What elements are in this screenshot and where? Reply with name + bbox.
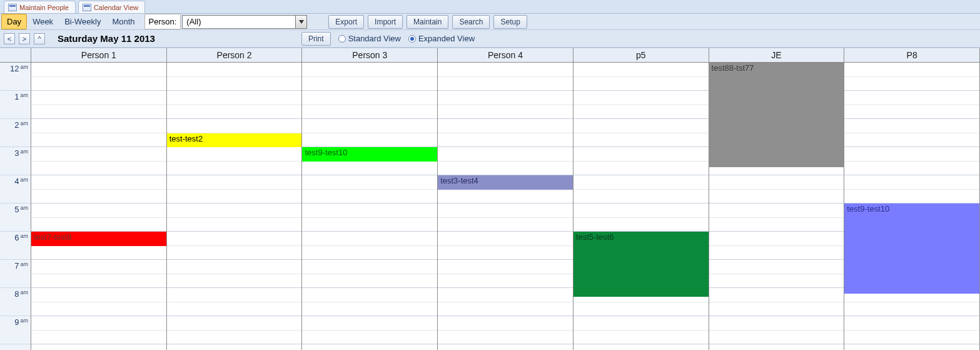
calendar-grid[interactable]: 12am1am2am3am4am5am6am7am8am9am test7-te… bbox=[0, 63, 980, 350]
view-tab-week[interactable]: Week bbox=[27, 14, 59, 29]
import-button[interactable]: Import bbox=[368, 15, 403, 29]
person-header: Person 4 bbox=[438, 48, 573, 62]
radio-label: Standard View bbox=[348, 34, 401, 43]
time-slot: 8am bbox=[0, 288, 31, 316]
calendar-event[interactable]: test9-test10 bbox=[844, 203, 979, 294]
calendar-header-row: Person 1Person 2Person 3Person 4p5JEP8 bbox=[0, 48, 980, 63]
time-slot: 5am bbox=[0, 203, 31, 232]
time-column-header bbox=[0, 48, 31, 62]
radio-label: Expanded View bbox=[418, 34, 475, 43]
calendar-event[interactable]: test3-test4 bbox=[438, 175, 573, 190]
person-column[interactable]: test9-test10 bbox=[302, 63, 438, 350]
person-header: p5 bbox=[573, 48, 709, 62]
setup-button[interactable]: Setup bbox=[493, 15, 527, 29]
calendar-event[interactable]: test88-tst77 bbox=[709, 63, 844, 167]
toolbar-date: < > ^ Saturday May 11 2013 Print Standar… bbox=[0, 30, 980, 48]
tab-calendar-view[interactable]: Calendar View bbox=[78, 1, 145, 13]
export-button[interactable]: Export bbox=[328, 15, 364, 29]
person-header: Person 2 bbox=[167, 48, 303, 62]
person-filter-select[interactable]: (All) bbox=[182, 15, 307, 29]
calendar-event[interactable]: test7-test8 bbox=[31, 232, 166, 246]
view-tab-day[interactable]: Day bbox=[1, 14, 27, 29]
svg-marker-0 bbox=[299, 20, 304, 24]
next-button[interactable]: > bbox=[19, 33, 30, 44]
person-column[interactable]: test3-test4 bbox=[438, 63, 573, 350]
date-title: Saturday May 11 2013 bbox=[58, 33, 155, 44]
tab-label: Maintain People bbox=[19, 4, 69, 11]
person-header: P8 bbox=[844, 48, 980, 62]
time-slot: 1am bbox=[0, 91, 31, 119]
form-icon bbox=[83, 4, 91, 11]
tab-maintain-people[interactable]: Maintain People bbox=[4, 1, 76, 13]
time-slot: 4am bbox=[0, 175, 31, 203]
view-tab-month[interactable]: Month bbox=[106, 14, 140, 29]
form-icon bbox=[8, 4, 17, 11]
tab-label: Calendar View bbox=[94, 4, 138, 11]
view-mode-standard[interactable]: Standard View bbox=[338, 34, 401, 43]
up-button[interactable]: ^ bbox=[34, 33, 45, 44]
time-slot: 9am bbox=[0, 316, 31, 344]
person-column[interactable]: test88-tst77 bbox=[709, 63, 845, 350]
calendar-event[interactable]: test5-test6 bbox=[573, 232, 709, 297]
toolbar-main: Day Week Bi-Weekly Month Person: (All) E… bbox=[0, 14, 980, 30]
search-button[interactable]: Search bbox=[452, 15, 490, 29]
calendar-event[interactable]: test-test2 bbox=[167, 133, 302, 148]
view-mode-expanded[interactable]: Expanded View bbox=[408, 34, 475, 43]
dropdown-icon[interactable] bbox=[295, 16, 306, 28]
maintain-button[interactable]: Maintain bbox=[407, 15, 448, 29]
person-filter-value: (All) bbox=[183, 17, 295, 26]
person-column[interactable]: test5-test6 bbox=[573, 63, 709, 350]
time-slot: 12am bbox=[0, 63, 31, 91]
prev-button[interactable]: < bbox=[4, 33, 15, 44]
radio-icon bbox=[408, 35, 416, 43]
person-column[interactable]: test9-test10 bbox=[844, 63, 980, 350]
time-slot: 3am bbox=[0, 147, 31, 175]
time-slot: 2am bbox=[0, 119, 31, 147]
calendar-event[interactable]: test9-test10 bbox=[302, 147, 437, 162]
radio-icon bbox=[338, 35, 346, 43]
time-slot: 6am bbox=[0, 232, 31, 260]
calendar: Person 1Person 2Person 3Person 4p5JEP8 1… bbox=[0, 48, 980, 350]
person-header: Person 1 bbox=[31, 48, 167, 62]
time-column: 12am1am2am3am4am5am6am7am8am9am bbox=[0, 63, 31, 350]
print-button[interactable]: Print bbox=[301, 32, 331, 46]
document-tabs: Maintain People Calendar View bbox=[0, 0, 980, 14]
person-header: JE bbox=[709, 48, 845, 62]
person-filter-label: Person: bbox=[144, 14, 181, 29]
view-tab-biweekly[interactable]: Bi-Weekly bbox=[59, 14, 106, 29]
time-slot: 7am bbox=[0, 260, 31, 288]
person-column[interactable]: test7-test8 bbox=[31, 63, 167, 350]
person-header: Person 3 bbox=[302, 48, 438, 62]
person-column[interactable]: test-test2 bbox=[167, 63, 303, 350]
